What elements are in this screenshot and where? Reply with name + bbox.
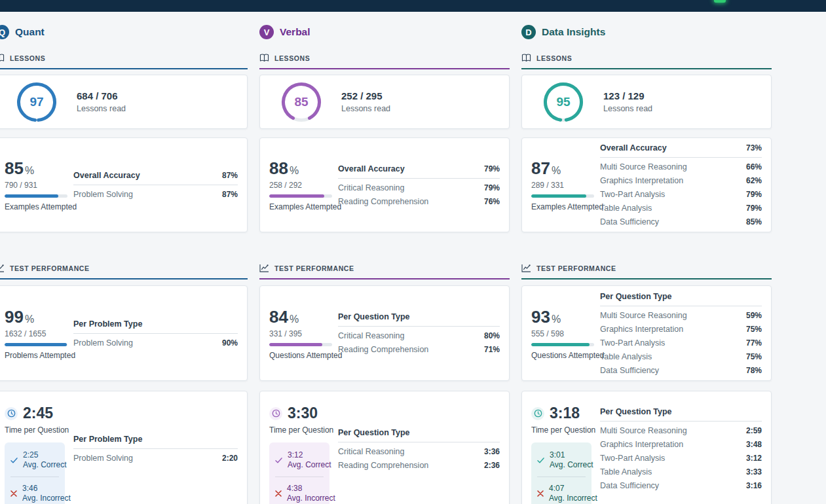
row-label: Two-Part Analysis: [600, 190, 665, 199]
test-fraction: 555 / 598: [531, 329, 600, 338]
top-navbar: [0, 0, 826, 12]
lessons-caption: Lessons read: [77, 104, 126, 113]
test-percent-unit: %: [290, 314, 299, 325]
avg-correct-label: Avg. Correct: [550, 460, 593, 469]
timing-type-table: Per Question Type Multi Source Reasoning…: [600, 407, 762, 490]
row-label: Data Sufficiency: [600, 218, 659, 226]
examples-stat: 85% 790 / 931 Examples Attempted: [5, 158, 73, 211]
test-fraction: 1632 / 1655: [5, 329, 73, 338]
row-label: Graphics Interpretation: [600, 325, 683, 334]
lessons-section-title: LESSONS: [274, 54, 310, 62]
row-value: 3:36: [484, 448, 500, 456]
row-label: Multi Source Reasoning: [600, 163, 687, 171]
test-type-table: Per Problem Type Problem Solving 90%: [73, 319, 238, 348]
avg-times-box: 3:12 Avg. Correct 4:38 Avg. Incorrect: [269, 442, 329, 504]
test-percent: 84: [269, 307, 288, 327]
row-value: 79%: [746, 190, 762, 199]
lessons-caption: Lessons read: [341, 104, 390, 113]
avg-correct-time: 2:25: [23, 450, 38, 459]
table-header-label: Per Problem Type: [73, 435, 142, 444]
examples-fraction: 289 / 331: [531, 181, 600, 190]
row-value: 75%: [746, 353, 762, 361]
examples-card: 87% 289 / 331 Examples Attempted Overall…: [521, 137, 772, 232]
row-label: Reading Comprehension: [338, 198, 428, 206]
avg-divider: [537, 477, 586, 477]
table-row: Reading Comprehension 2:36: [338, 456, 500, 470]
test-percent-unit: %: [552, 314, 561, 325]
examples-progress-bar: [269, 194, 332, 198]
test-performance-section-label: TEST PERFORMANCE: [259, 264, 510, 279]
check-icon: [537, 458, 544, 463]
row-value: 2:20: [222, 454, 238, 463]
row-value: 3:12: [746, 454, 762, 463]
row-label: Reading Comprehension: [338, 461, 428, 470]
subject-header: V Verbal: [259, 25, 510, 39]
row-label: Problem Solving: [73, 339, 133, 348]
lessons-fraction: 252 / 295: [341, 90, 390, 101]
table-header-row: Overall Accuracy 87%: [73, 171, 238, 185]
row-value: 79%: [484, 184, 500, 192]
check-icon: [275, 458, 282, 463]
table-header-row: Per Question Type: [600, 407, 762, 422]
table-header-row: Per Question Type: [600, 292, 762, 306]
row-value: 2:36: [484, 461, 500, 470]
chart-line-icon: [0, 264, 5, 272]
time-per-question-label: Time per Question: [269, 425, 338, 435]
examples-percent: 85: [5, 158, 24, 178]
lessons-section-title: LESSONS: [536, 54, 572, 62]
table-row: Two-Part Analysis 3:12: [600, 449, 762, 463]
avg-times-box: 2:25 Avg. Correct 3:46 Avg. Incorrect: [5, 442, 65, 504]
row-value: 59%: [746, 312, 762, 320]
lessons-section-label: LESSONS: [259, 54, 510, 69]
avg-correct-time: 3:12: [288, 450, 303, 459]
table-row: Two-Part Analysis 79%: [600, 185, 762, 199]
row-value: 77%: [746, 339, 762, 348]
timing-stat: 2:45 Time per Question 2:25 Avg. Correct: [5, 391, 73, 504]
test-performance-card: 93% 555 / 598 Questions Attempted Per Qu…: [521, 285, 772, 381]
table-header-label: Overall Accuracy: [338, 164, 405, 173]
examples-percent-unit: %: [552, 165, 561, 176]
test-performance-card: 84% 331 / 395 Questions Attempted Per Qu…: [259, 285, 510, 381]
subject-column: Q Quant LESSONS 97 684 / 706: [0, 18, 248, 504]
row-label: Two-Part Analysis: [600, 454, 665, 463]
table-row: Reading Comprehension 71%: [338, 340, 500, 354]
subject-letter-icon: D: [521, 25, 536, 39]
table-row: Multi Source Reasoning 59%: [600, 306, 762, 320]
table-row: Reading Comprehension 76%: [338, 192, 500, 206]
test-performance-section-label: TEST PERFORMANCE: [0, 264, 248, 279]
row-value: 71%: [484, 346, 500, 354]
row-label: Data Sufficiency: [600, 482, 659, 490]
avg-incorrect-label: Avg. Incorrect: [549, 494, 597, 503]
row-label: Data Sufficiency: [600, 367, 659, 375]
lessons-section-title: LESSONS: [10, 54, 45, 62]
avg-incorrect-time: 3:46: [22, 484, 37, 493]
lessons-fraction: 684 / 706: [77, 90, 126, 101]
x-icon: [10, 490, 17, 497]
examples-card: 85% 790 / 931 Examples Attempted Overall…: [0, 137, 248, 232]
row-label: Table Analysis: [600, 353, 652, 361]
table-header-row: Overall Accuracy 73%: [600, 143, 762, 158]
test-fraction: 331 / 395: [269, 329, 338, 338]
examples-attempted-label: Examples Attempted: [531, 202, 600, 211]
lessons-section-label: LESSONS: [521, 54, 772, 69]
subject-column: V Verbal LESSONS 85 252 / 295: [259, 18, 510, 504]
table-header-label: Overall Accuracy: [600, 143, 667, 153]
chart-line-icon: [521, 264, 531, 272]
subject-column: D Data Insights LESSONS 95 123 / 12: [521, 18, 772, 504]
table-header-value: 87%: [222, 171, 238, 180]
test-type-table: Per Question Type Critical Reasoning 80%…: [338, 312, 500, 354]
row-label: Critical Reasoning: [338, 332, 404, 340]
examples-percent: 87: [531, 158, 550, 178]
row-label: Graphics Interpretation: [600, 177, 683, 185]
navbar-partial-green-button[interactable]: [714, 0, 726, 3]
lessons-ring-value: 97: [16, 82, 57, 122]
avg-incorrect-time: 4:38: [287, 484, 302, 493]
table-row: Data Sufficiency 3:16: [600, 477, 762, 490]
timing-type-table: Per Question Type Critical Reasoning 3:3…: [338, 428, 500, 470]
test-progress-bar: [531, 343, 594, 346]
lessons-progress-ring: 95: [543, 82, 584, 122]
subject-columns: Q Quant LESSONS 97 684 / 706: [0, 12, 826, 504]
row-value: 87%: [222, 190, 238, 199]
table-header-value: 79%: [484, 164, 500, 173]
row-label: Table Analysis: [600, 468, 652, 477]
